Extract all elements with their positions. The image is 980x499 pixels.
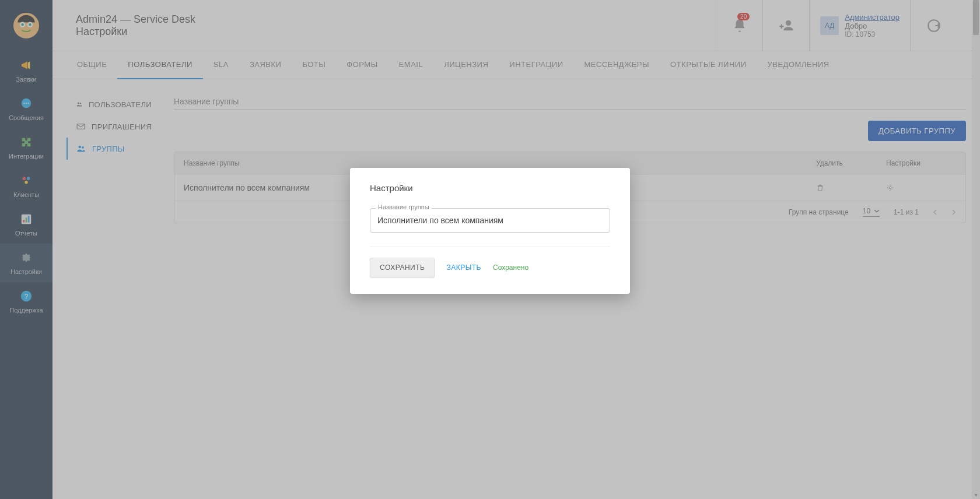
save-button[interactable]: СОХРАНИТЬ: [370, 258, 435, 277]
modal-overlay[interactable]: Настройки Название группы СОХРАНИТЬ ЗАКР…: [0, 0, 980, 499]
settings-modal: Настройки Название группы СОХРАНИТЬ ЗАКР…: [350, 168, 630, 294]
modal-title: Настройки: [370, 183, 610, 193]
group-name-input[interactable]: [370, 208, 610, 233]
saved-message: Сохранено: [493, 263, 528, 272]
divider: [370, 247, 610, 247]
field-label: Название группы: [376, 203, 432, 210]
close-button[interactable]: ЗАКРЫТЬ: [446, 263, 481, 272]
